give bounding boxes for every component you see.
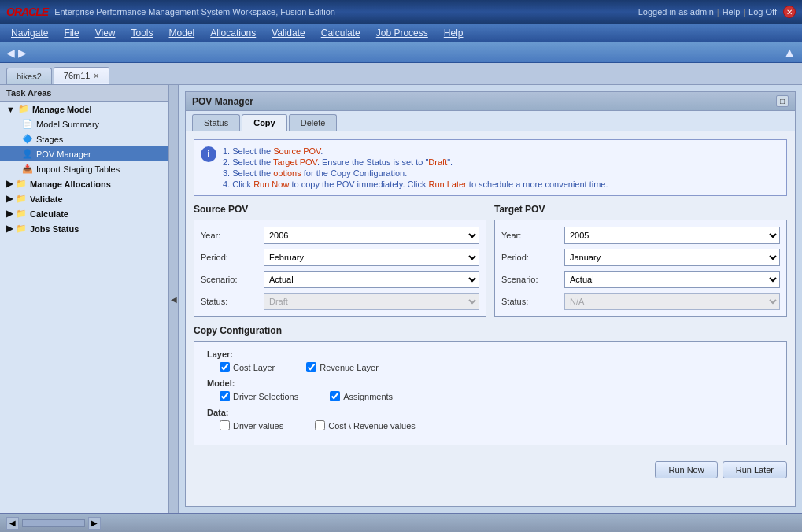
target-scenario-select[interactable]: ActualBudget <box>564 271 780 288</box>
jobs-status-label: Jobs Status <box>30 224 79 234</box>
assignments-option[interactable]: Assignments <box>330 391 393 401</box>
info-icon: i <box>201 146 216 162</box>
target-status-select[interactable]: N/A <box>564 293 780 310</box>
pov-icon: 👤 <box>22 149 33 159</box>
scroll-left-btn[interactable]: ◀ <box>6 517 19 530</box>
target-pov-section: Target POV Year: 200520062004 Period: Ja… <box>494 204 787 317</box>
assignments-checkbox[interactable] <box>330 391 340 401</box>
pov-manager-panel: POV Manager □ Status Copy Delete i 1. Se… <box>185 91 796 507</box>
app-header: ORACLE Enterprise Performance Management… <box>0 0 802 24</box>
sidebar-item-jobs-status[interactable]: ▶ 📁 Jobs Status <box>0 221 168 236</box>
tab-close-icon[interactable]: ✕ <box>93 72 99 80</box>
app-title: Enterprise Performance Management System… <box>54 7 335 17</box>
driver-selections-option[interactable]: Driver Selections <box>220 391 298 401</box>
menu-validate[interactable]: Validate <box>264 26 312 40</box>
menu-calculate[interactable]: Calculate <box>313 26 368 40</box>
menu-job-process[interactable]: Job Process <box>368 26 436 40</box>
menu-file[interactable]: File <box>56 26 87 40</box>
cost-revenue-values-checkbox[interactable] <box>315 420 325 430</box>
revenue-layer-option[interactable]: Revenue Layer <box>306 362 379 372</box>
target-scenario-label: Scenario: <box>501 275 564 284</box>
copy-config-title: Copy Configuration <box>194 325 787 336</box>
manage-model-label: Manage Model <box>32 105 92 114</box>
sidebar-collapse-handle[interactable]: ◀ <box>169 85 179 513</box>
target-period-row: Period: JanuaryFebruaryMarch <box>501 249 780 266</box>
toolbar: ◀ ▶ ▲ <box>0 42 802 63</box>
folder-icon-3: 📁 <box>16 194 27 204</box>
driver-values-checkbox[interactable] <box>220 420 230 430</box>
logged-in-text: Logged in as admin <box>638 7 714 17</box>
sidebar-item-import-staging[interactable]: 📥 Import Staging Tables <box>0 161 168 176</box>
cost-layer-option[interactable]: Cost Layer <box>220 362 275 372</box>
layer-options: Cost Layer Revenue Layer <box>220 362 774 372</box>
target-period-label: Period: <box>501 253 564 262</box>
close-icon[interactable]: ✕ <box>783 6 796 18</box>
driver-selections-label: Driver Selections <box>233 392 298 401</box>
sidebar-item-calculate[interactable]: ▶ 📁 Calculate <box>0 206 168 221</box>
forward-arrow[interactable]: ▶ <box>18 46 27 59</box>
data-group: Data: Driver values Cost \ Revenue value… <box>207 408 774 430</box>
logoff-link[interactable]: Log Off <box>748 7 777 17</box>
run-later-button[interactable]: Run Later <box>723 461 787 478</box>
scroll-track[interactable] <box>22 519 85 527</box>
run-now-button[interactable]: Run Now <box>655 461 717 478</box>
stages-label: Stages <box>36 135 63 144</box>
maximize-icon[interactable]: ▲ <box>783 46 796 60</box>
target-period-select[interactable]: JanuaryFebruaryMarch <box>564 249 780 266</box>
calculate-label: Calculate <box>30 209 68 219</box>
cost-revenue-values-label: Cost \ Revenue values <box>328 421 416 430</box>
tab-76m11-label: 76m11 <box>64 71 91 80</box>
sidebar-item-stages[interactable]: 🔷 Stages <box>0 131 168 146</box>
source-period-row: Period: FebruaryJanuaryMarch <box>201 249 479 266</box>
driver-selections-checkbox[interactable] <box>220 391 230 401</box>
sidebar-title: Task Areas <box>0 85 168 102</box>
manage-allocations-label: Manage Allocations <box>30 179 111 189</box>
source-year-select[interactable]: 200620052004 <box>264 227 479 244</box>
tab-copy[interactable]: Copy <box>242 114 287 131</box>
tab-76m11[interactable]: 76m11 ✕ <box>54 67 110 84</box>
target-year-row: Year: 200520062004 <box>501 227 780 244</box>
driver-values-option[interactable]: Driver values <box>220 420 283 430</box>
panel-maximize-btn[interactable]: □ <box>776 95 789 107</box>
target-year-select[interactable]: 200520062004 <box>564 227 780 244</box>
driver-values-label: Driver values <box>233 421 283 430</box>
menu-navigate[interactable]: Navigate <box>3 26 56 40</box>
source-period-select[interactable]: FebruaryJanuaryMarch <box>264 249 479 266</box>
back-arrow[interactable]: ◀ <box>6 46 15 59</box>
model-group: Model: Driver Selections Assignments <box>207 379 774 401</box>
target-year-label: Year: <box>501 231 564 240</box>
main-layout: Task Areas ▼ 📁 Manage Model 📄 Model Summ… <box>0 85 802 513</box>
sidebar-item-pov-manager[interactable]: 👤 POV Manager <box>0 146 168 161</box>
folder-icon-2: 📁 <box>16 179 27 189</box>
scroll-right-btn[interactable]: ▶ <box>88 517 101 530</box>
instructions-text: 1. Select the Source POV. 2. Select the … <box>223 146 608 189</box>
menu-help[interactable]: Help <box>436 26 471 40</box>
source-status-select[interactable]: Draft <box>264 293 479 310</box>
sidebar-item-manage-model[interactable]: ▼ 📁 Manage Model <box>0 102 168 116</box>
source-scenario-select[interactable]: ActualBudget <box>264 271 479 288</box>
menu-allocations[interactable]: Allocations <box>202 26 264 40</box>
menu-model[interactable]: Model <box>161 26 203 40</box>
sidebar-item-model-summary[interactable]: 📄 Model Summary <box>0 116 168 131</box>
import-icon: 📥 <box>22 164 33 174</box>
tab-delete[interactable]: Delete <box>289 114 338 131</box>
folder-icon-5: 📁 <box>16 224 27 234</box>
source-pov-section: Source POV Year: 200620052004 Period: Fe… <box>194 204 486 317</box>
target-status-row: Status: N/A <box>501 293 780 310</box>
sidebar-item-manage-allocations[interactable]: ▶ 📁 Manage Allocations <box>0 176 168 191</box>
action-row: Run Now Run Later <box>186 453 795 486</box>
revenue-layer-label: Revenue Layer <box>320 363 379 372</box>
help-link[interactable]: Help <box>723 7 741 17</box>
menu-view[interactable]: View <box>87 26 124 40</box>
oracle-logo: ORACLE <box>6 6 48 18</box>
cost-revenue-values-option[interactable]: Cost \ Revenue values <box>315 420 416 430</box>
assignments-label: Assignments <box>343 392 393 401</box>
menu-tools[interactable]: Tools <box>124 26 161 40</box>
cost-layer-checkbox[interactable] <box>220 362 230 372</box>
tab-status[interactable]: Status <box>192 114 240 131</box>
inner-tabs: Status Copy Delete <box>186 111 795 131</box>
tab-bikes2[interactable]: bikes2 <box>6 68 52 84</box>
revenue-layer-checkbox[interactable] <box>306 362 316 372</box>
sidebar-item-validate[interactable]: ▶ 📁 Validate <box>0 191 168 206</box>
source-status-row: Status: Draft <box>201 293 479 310</box>
